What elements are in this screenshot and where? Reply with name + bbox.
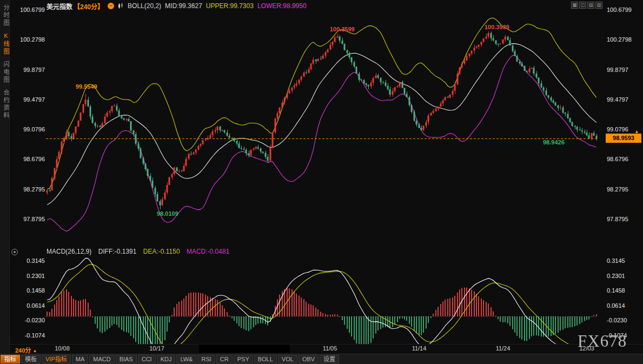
sidebar-item-time-chart[interactable]: 分时图 (2, 4, 10, 27)
macd-diff-value: DIFF:-0.1391 (98, 248, 137, 255)
macd-axis-label-left: 0.3145 (12, 257, 45, 264)
axis-separator (10, 344, 643, 345)
macd-axis-label-right: 0.3145 (607, 257, 641, 264)
toolbar-lwr[interactable]: LW& (176, 355, 196, 363)
price-axis-label-right: 100.2798 (607, 36, 641, 43)
price-axis-label-right: 98.6796 (607, 156, 641, 162)
price-axis-label-left: 98.2795 (12, 186, 45, 193)
toolbar-template[interactable]: 模板 (21, 355, 41, 363)
sidebar-item-lightning-chart[interactable]: 闪电图 (2, 61, 10, 84)
macd-axis-label-left: -0.0230 (12, 317, 45, 323)
toolbar-boll[interactable]: BOLL (254, 355, 277, 363)
indicator-cycle-icon[interactable] (11, 249, 18, 255)
toolbar-vip-indicator[interactable]: VIP指标 (42, 355, 71, 363)
macd-indicator-chart[interactable] (46, 246, 598, 345)
macd-axis-label-right: 0.0614 (607, 302, 641, 309)
macd-axis-label-right: 0.2301 (607, 273, 641, 279)
x-axis-date: 11/05 (323, 345, 337, 352)
x-axis-date: 10/08 (55, 345, 70, 352)
price-annotation: 100.3599 (330, 26, 355, 32)
toolbar-psy[interactable]: PSY (234, 355, 253, 363)
watermark: FX678 (578, 332, 627, 351)
toolbar-obv[interactable]: OBV (299, 355, 319, 363)
macd-title[interactable]: MACD(26,12,9) (47, 248, 91, 255)
toolbar-kdj[interactable]: KDJ (157, 355, 176, 363)
sidebar-item-kline-chart[interactable]: K线图 (2, 32, 10, 56)
toolbar-vol[interactable]: VOL (278, 355, 297, 363)
trading-app-window: 分时图 K线图 闪电图 合约资料 美元指数【240分】 − BOLL(20,2)… (0, 0, 643, 364)
toolbar-ma[interactable]: MA (72, 355, 89, 363)
price-axis-label-left: 100.2798 (12, 36, 45, 43)
macd-axis-label-right: -0.0230 (607, 317, 641, 323)
x-axis-date: 11/24 (496, 345, 511, 352)
x-axis-date: 10/17 (149, 345, 164, 352)
price-axis-label-left: 97.8795 (12, 216, 45, 222)
toolbar-settings[interactable]: 设置 (320, 355, 339, 363)
x-axis-date: 11/14 (412, 345, 427, 352)
price-annotation: 98.9426 (543, 139, 565, 145)
price-axis-label-left: 99.0796 (12, 126, 45, 133)
price-axis-label-left: 98.6796 (12, 156, 45, 162)
price-axis-label-right: 99.4797 (607, 96, 641, 103)
period-dropdown-arrow-icon: ▲ (32, 348, 37, 353)
toolbar-indicator[interactable]: 指标 (1, 355, 20, 363)
macd-axis-label-left: -0.1074 (12, 332, 45, 339)
price-up-arrow-icon: ▲ (634, 129, 639, 134)
price-axis-label-right: 98.2795 (607, 186, 641, 193)
macd-axis-label-left: 0.2301 (12, 273, 45, 279)
price-annotation: 100.3939 (485, 24, 509, 30)
toolbar-rsi[interactable]: RSI (197, 355, 215, 363)
macd-axis-label-right: 0.1458 (607, 287, 641, 294)
price-axis-label-right: 100.6799 (607, 6, 641, 13)
macd-header: MACD(26,12,9) DIFF:-0.1391 DEA:-0.1150 M… (47, 248, 234, 255)
toolbar-cr[interactable]: CR (216, 355, 233, 363)
toolbar-macd[interactable]: MACD (89, 355, 114, 363)
price-annotation: 98.0109 (157, 210, 178, 217)
macd-macd-value: MACD:-0.0481 (187, 248, 229, 255)
price-axis-label-left: 99.8797 (12, 67, 45, 73)
bottom-toolbar: 指标 模板 VIP指标 MA MACD BIAS CCI KDJ LW& RSI… (0, 354, 643, 364)
price-axis-label-left: 99.4797 (12, 96, 45, 103)
macd-axis-label-left: 0.1458 (12, 287, 45, 294)
price-axis-label-left: 100.6799 (12, 6, 45, 13)
chart-mode-sidebar: 分时图 K线图 闪电图 合约资料 (0, 0, 10, 354)
price-annotation: 99.5549 (76, 83, 97, 90)
toolbar-cci[interactable]: CCI (138, 355, 156, 363)
main-candlestick-chart[interactable] (46, 5, 598, 242)
price-axis-label-right: 97.8795 (607, 216, 641, 222)
period-label-text: 240分 (15, 347, 31, 354)
price-axis-label-right: 99.8797 (607, 67, 641, 73)
scrollbar-thumb[interactable] (199, 345, 290, 353)
toolbar-bias[interactable]: BIAS (116, 355, 137, 363)
period-selector[interactable]: 240分 ▲ (15, 346, 37, 354)
macd-dea-value: DEA:-0.1150 (143, 248, 180, 255)
sidebar-item-contract-info[interactable]: 合约资料 (2, 89, 10, 120)
last-price-tag: 98.9593 (606, 134, 641, 143)
macd-axis-label-left: 0.0614 (12, 302, 45, 309)
